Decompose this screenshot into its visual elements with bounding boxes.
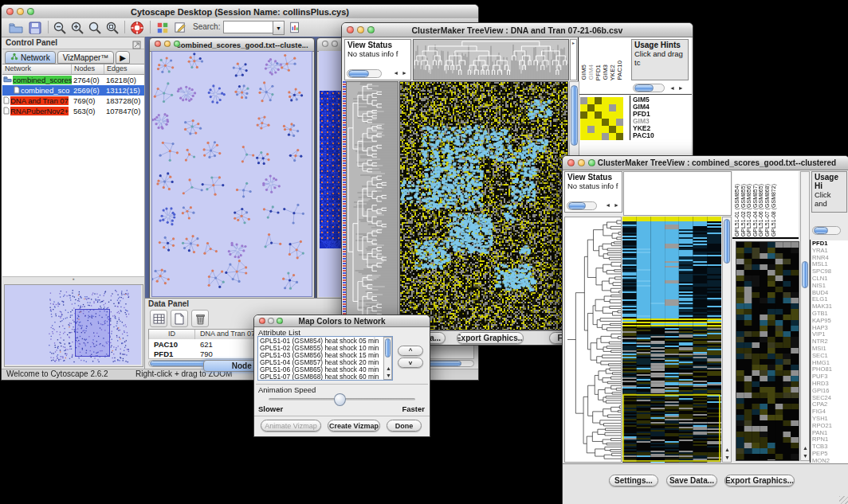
dp-col-id[interactable]: ID	[149, 330, 195, 339]
matrix-cell[interactable]	[595, 119, 602, 126]
matrix-cell[interactable]	[595, 111, 602, 119]
resize-grip[interactable]	[839, 496, 848, 504]
col-header-nodes[interactable]: Nodes	[72, 64, 104, 74]
zoom-button[interactable]	[277, 318, 283, 324]
zoom-button[interactable]	[367, 26, 375, 33]
matrix-cell[interactable]	[580, 97, 587, 104]
close-button[interactable]	[259, 318, 265, 324]
minimize-button[interactable]	[268, 318, 274, 324]
matrix-cell[interactable]	[587, 104, 595, 111]
tv1-heatmap[interactable]	[399, 81, 568, 330]
attribute-list-item[interactable]: GPL51-03 (GSM856) heat shock 15 min	[260, 352, 391, 359]
matrix-cell[interactable]	[587, 133, 595, 140]
done-button[interactable]: Done	[387, 420, 422, 432]
tv1-column-label[interactable]: YKE2	[609, 64, 616, 80]
matrix-cell[interactable]	[602, 111, 609, 119]
close-button[interactable]	[6, 8, 14, 15]
matrix-cell[interactable]	[609, 126, 616, 133]
scroll-arrows-icon[interactable]: ◄ ►	[393, 68, 408, 77]
matrix-cell[interactable]	[580, 111, 587, 119]
attribute-list-item[interactable]: GPL51-02 (GSM855) heat shock 10 min	[260, 345, 391, 352]
matrix-cell[interactable]	[580, 104, 587, 111]
network-row-name[interactable]: combined_scores	[2, 75, 72, 85]
zoom-button[interactable]	[27, 8, 34, 15]
scroll-arrows-icon[interactable]: ◄ ►	[605, 201, 620, 209]
tab-network[interactable]: Network	[5, 51, 56, 64]
vizmapper-palette-icon[interactable]	[155, 20, 171, 35]
animation-speed-slider-thumb[interactable]	[334, 393, 346, 406]
tv2-settings-button[interactable]: Settings...	[609, 475, 658, 486]
network-row-name[interactable]: combined_sco	[2, 85, 72, 96]
attribute-list-item[interactable]: GPL51-01 (GSM854) heat shock 05 min	[260, 338, 391, 345]
close-button[interactable]	[567, 159, 575, 166]
save-icon[interactable]	[27, 20, 43, 35]
minimize-button[interactable]	[357, 26, 364, 33]
matrix-cell[interactable]	[580, 133, 587, 140]
attribute-list-scrollbar[interactable]: ▲ ▼	[383, 337, 392, 380]
main-titlebar[interactable]: Cytoscape Desktop (Session Name: collins…	[2, 5, 478, 19]
matrix-cell[interactable]	[602, 104, 609, 111]
zoom-button[interactable]	[588, 159, 595, 166]
tv1-column-label[interactable]: GIM5	[580, 64, 587, 80]
search-dropdown-button[interactable]: ▼	[273, 21, 285, 35]
annotation-icon[interactable]	[172, 20, 188, 35]
attribute-list-item[interactable]: GPL51-07 (GSM868) heat shock 60 min	[260, 373, 391, 381]
zoom-out-icon[interactable]	[52, 20, 68, 35]
open-file-icon[interactable]	[8, 20, 24, 35]
tab-overflow-button[interactable]: ▶	[116, 51, 130, 64]
data-row-id[interactable]: PFD1	[149, 349, 195, 358]
minimize-button[interactable]	[578, 159, 585, 166]
tv1-column-label[interactable]: GIM3	[602, 64, 609, 80]
tv2-column-label[interactable]: GPL51-03 (GSM856)	[746, 184, 752, 236]
matrix-cell[interactable]	[616, 119, 623, 126]
tv2-column-label[interactable]: GPL51-08 (GSM872)	[771, 184, 777, 236]
scroll-up-icon[interactable]: ▲	[386, 365, 392, 371]
new-attribute-icon[interactable]	[171, 310, 188, 327]
matrix-cell[interactable]	[616, 133, 623, 140]
scroll-down-icon[interactable]: ▼	[386, 373, 392, 378]
tv1-status-hscrollbar[interactable]	[347, 69, 382, 78]
tv2-heatmap[interactable]	[622, 217, 721, 463]
tv2-row-dendrogram[interactable]	[564, 217, 622, 463]
close-button[interactable]	[347, 26, 354, 33]
scroll-up-icon[interactable]: ▲	[803, 445, 809, 451]
tv1-summary-heatmap[interactable]	[580, 97, 623, 140]
zoom-button[interactable]	[174, 41, 180, 47]
tv1-row-dendrogram[interactable]	[346, 81, 398, 330]
matrix-cell[interactable]	[587, 126, 595, 133]
col-header-network[interactable]: Network	[2, 64, 72, 74]
tv2-right-vscrollbar[interactable]: ▲ ▼	[800, 171, 810, 461]
help-lifering-icon[interactable]	[129, 20, 145, 35]
network-row-name[interactable]: RNAPuberNov2+	[2, 106, 72, 116]
close-button[interactable]	[322, 41, 328, 47]
matrix-cell[interactable]	[595, 97, 602, 104]
tv1-export-graphics-button[interactable]: Export Graphics...	[457, 332, 524, 344]
tv2-zoom-heatmap[interactable]	[736, 241, 799, 461]
matrix-cell[interactable]	[595, 133, 602, 140]
matrix-cell[interactable]	[595, 104, 602, 111]
matrix-cell[interactable]	[609, 97, 616, 104]
create-vizmap-button[interactable]: Create Vizmap	[328, 420, 380, 432]
matrix-cell[interactable]	[602, 133, 609, 140]
tv2-gene-list[interactable]: PFD1YRA1RNR4MSL1SPC98CLN1NIS1BUD4ELG1MAK…	[812, 240, 848, 463]
tv1-titlebar[interactable]: ClusterMaker TreeView : DNA and Tran 07-…	[342, 23, 693, 37]
matrix-cell[interactable]	[616, 111, 623, 119]
move-up-button[interactable]: ^	[398, 346, 423, 356]
tv1-column-label[interactable]: PAC10	[616, 61, 623, 80]
zoom-in-icon[interactable]	[69, 20, 85, 35]
minimize-button[interactable]	[332, 41, 338, 47]
matrix-cell[interactable]	[616, 97, 623, 104]
matrix-cell[interactable]	[580, 126, 587, 133]
matrix-cell[interactable]	[609, 133, 616, 140]
delete-attribute-icon[interactable]	[191, 310, 209, 327]
scroll-down-icon[interactable]: ▼	[803, 453, 809, 459]
attribute-list-item[interactable]: GPL51-04 (GSM857) heat shock 20 min	[260, 359, 391, 366]
col-header-edges[interactable]: Edges	[104, 64, 144, 74]
tv2-export-graphics-button[interactable]: Export Graphics...	[724, 475, 795, 486]
network-overview[interactable]	[4, 284, 143, 367]
tv1-row-label[interactable]: PAC10	[633, 132, 654, 139]
matrix-cell[interactable]	[602, 119, 609, 126]
tv2-status-hscrollbar[interactable]	[567, 201, 597, 210]
matrix-cell[interactable]	[602, 97, 609, 104]
tv2-gene-label[interactable]: MON2	[812, 458, 848, 463]
